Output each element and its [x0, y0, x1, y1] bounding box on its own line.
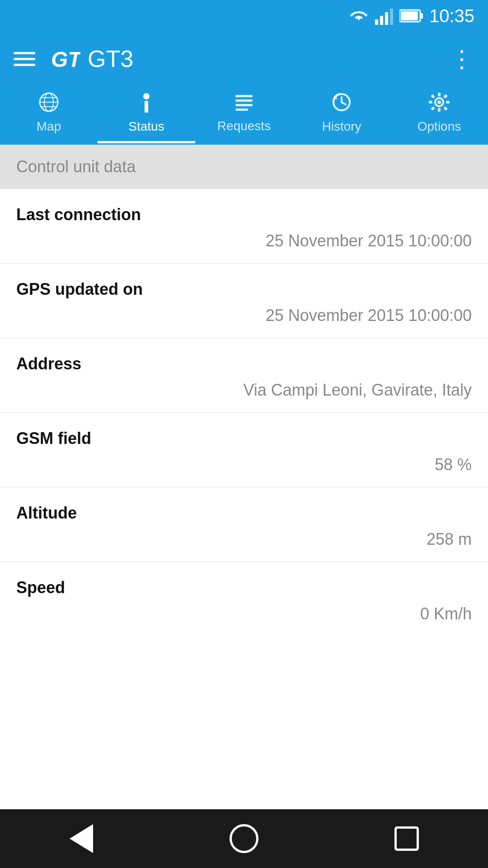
recents-button[interactable] [389, 821, 425, 857]
svg-rect-26 [446, 101, 450, 104]
label-altitude: Altitude [16, 504, 472, 523]
svg-rect-6 [401, 11, 418, 20]
tab-history-label: History [322, 119, 361, 134]
map-icon [38, 92, 59, 116]
svg-rect-14 [145, 101, 148, 113]
svg-rect-23 [438, 93, 441, 96]
svg-rect-1 [380, 16, 383, 25]
signal-icon [375, 7, 393, 25]
app-logo: GT GT3 [49, 45, 133, 72]
value-gsm-field: 58 % [16, 455, 472, 487]
svg-rect-24 [438, 108, 441, 112]
tab-requests-label: Requests [217, 119, 271, 133]
value-gps-updated: 25 November 2015 10:00:00 [16, 306, 472, 338]
tab-options-label: Options [418, 119, 461, 134]
svg-rect-15 [235, 95, 253, 97]
value-address: Via Campi Leoni, Gavirate, Italy [16, 381, 472, 412]
hamburger-menu-button[interactable] [14, 52, 35, 66]
svg-rect-30 [431, 106, 435, 111]
app-logo-icon: GT [49, 45, 80, 72]
battery-icon [399, 8, 423, 24]
data-row-gps-updated: GPS updated on 25 November 2015 10:00:00 [0, 264, 488, 338]
label-gsm-field: GSM field [16, 429, 472, 448]
home-icon [230, 824, 258, 853]
recents-icon [394, 826, 419, 851]
status-bar: 10:35 [0, 0, 488, 32]
app-title: GT3 [88, 45, 133, 72]
svg-rect-25 [429, 101, 432, 104]
section-header: Control unit data [0, 145, 488, 189]
svg-rect-2 [385, 12, 388, 25]
svg-point-13 [143, 93, 150, 99]
svg-rect-18 [235, 108, 248, 111]
tab-history[interactable]: History [293, 86, 390, 143]
back-button[interactable] [63, 821, 99, 857]
label-speed: Speed [16, 578, 472, 597]
svg-rect-0 [375, 19, 378, 25]
label-address: Address [16, 354, 472, 373]
wifi-icon [349, 8, 369, 24]
status-icons: 10:35 [349, 6, 474, 26]
status-time: 10:35 [429, 6, 474, 26]
tab-status-label: Status [128, 119, 164, 134]
bottom-nav [0, 809, 488, 868]
tab-map-label: Map [37, 119, 61, 134]
back-icon [70, 824, 93, 853]
label-gps-updated: GPS updated on [16, 280, 472, 299]
data-row-speed: Speed 0 Km/h [0, 562, 488, 631]
home-button[interactable] [226, 821, 262, 857]
data-row-altitude: Altitude 258 m [0, 487, 488, 562]
data-row-address: Address Via Campi Leoni, Gavirate, Italy [0, 338, 488, 413]
svg-rect-27 [431, 94, 435, 99]
options-icon [428, 92, 450, 116]
label-last-connection: Last connection [16, 205, 472, 224]
tab-bar: Map Status Requests [0, 86, 488, 145]
svg-point-22 [437, 100, 441, 104]
tab-status[interactable]: Status [98, 86, 195, 143]
history-icon [331, 92, 352, 116]
requests-icon [234, 92, 254, 115]
content-area: Last connection 25 November 2015 10:00:0… [0, 189, 488, 809]
app-bar-left: GT GT3 [14, 45, 133, 72]
value-altitude: 258 m [16, 530, 472, 561]
svg-rect-5 [420, 13, 423, 19]
svg-rect-16 [235, 99, 253, 102]
tab-options[interactable]: Options [390, 86, 488, 143]
data-row-gsm-field: GSM field 58 % [0, 413, 488, 487]
svg-rect-29 [443, 94, 448, 99]
app-bar: GT GT3 ⋮ [0, 32, 488, 86]
section-header-title: Control unit data [16, 157, 136, 176]
svg-rect-17 [235, 104, 253, 106]
value-last-connection: 25 November 2015 10:00:00 [16, 231, 472, 263]
svg-rect-3 [390, 9, 393, 25]
tab-requests[interactable]: Requests [195, 86, 293, 143]
more-options-button[interactable]: ⋮ [450, 47, 474, 71]
svg-rect-28 [443, 106, 448, 111]
data-row-last-connection: Last connection 25 November 2015 10:00:0… [0, 189, 488, 264]
value-speed: 0 Km/h [16, 604, 472, 631]
tab-map[interactable]: Map [0, 86, 98, 143]
status-icon [138, 92, 155, 116]
svg-text:GT: GT [51, 47, 80, 71]
